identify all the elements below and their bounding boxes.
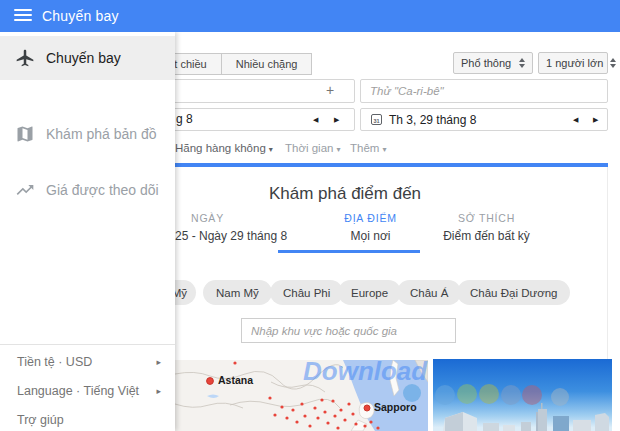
sidebar-item-help[interactable]: Trợ giúp <box>0 408 175 431</box>
chip-oceania[interactable]: Châu Đại Dương <box>457 280 570 305</box>
sidebar-item-label: Khám phá bản đồ <box>46 126 157 142</box>
sidebar-item-label: Giá được theo dõi <box>46 182 159 198</box>
google-flights-app: Một chiều Nhiều chặng Phổ thông 1 người … <box>0 0 620 431</box>
trending-icon <box>15 180 35 200</box>
tab-dates-value[interactable]: 25 - Ngày 29 tháng 8 <box>175 229 287 243</box>
passenger-value: 1 người lớn <box>546 57 603 69</box>
unfold-icon <box>519 58 525 68</box>
caret-down-icon: ▾ <box>269 145 273 154</box>
app-title: Chuyến bay <box>42 8 119 24</box>
chip-europe[interactable]: Europe <box>338 280 401 305</box>
app-header: Chuyến bay <box>0 0 620 32</box>
destination-input[interactable] <box>361 80 607 102</box>
unfold-icon <box>610 58 616 68</box>
calendar-icon: 31 <box>371 114 382 125</box>
flight-icon <box>15 48 35 68</box>
destinations-map[interactable]: Astana Sapporo Download <box>175 360 428 431</box>
map-city-label[interactable]: Astana <box>218 374 253 386</box>
cabin-class-value: Phổ thông <box>461 57 511 69</box>
nav-sidebar: Chuyến bay Khám phá bản đồ Giá được theo… <box>0 32 175 431</box>
sidebar-item-language[interactable]: Language · Tiếng Việt ▸ <box>0 379 175 403</box>
caret-down-icon: ▾ <box>336 145 340 154</box>
card-accent-line <box>120 163 608 167</box>
chip-asia[interactable]: Châu Á <box>397 280 461 305</box>
sidebar-divider <box>0 344 175 345</box>
tab-interests[interactable]: SỞ THÍCH <box>439 212 534 224</box>
sidebar-item-explore-map[interactable]: Khám phá bản đồ <box>0 112 175 156</box>
region-search-input[interactable] <box>242 319 455 342</box>
return-date-field[interactable]: 31 Th 3, 29 tháng 8 ◀ ▶ <box>360 108 608 131</box>
watermark-text: Download <box>303 360 427 387</box>
add-destination-button[interactable]: + <box>326 82 334 98</box>
depart-prev-day-arrow[interactable]: ◀ <box>313 116 318 124</box>
more-filter[interactable]: Thêm▾ <box>350 142 386 154</box>
destination-field[interactable] <box>360 79 608 103</box>
help-label: Trợ giúp <box>17 413 64 427</box>
language-label: Language · Tiếng Việt <box>17 384 139 398</box>
sidebar-item-currency[interactable]: Tiền tệ · USD ▸ <box>0 350 175 374</box>
map-icon <box>15 124 35 144</box>
caret-down-icon: ▾ <box>382 145 386 154</box>
chevron-right-icon: ▸ <box>156 357 161 367</box>
sidebar-item-tracked-prices[interactable]: Giá được theo dõi <box>0 168 175 212</box>
chip-south-america[interactable]: Nam Mỹ <box>203 280 272 305</box>
sidebar-item-flights[interactable]: Chuyến bay <box>0 36 175 80</box>
return-prev-day-arrow[interactable]: ◀ <box>573 116 578 124</box>
explore-title: Khám phá điểm đến <box>175 184 515 204</box>
trip-multicity-button[interactable]: Nhiều chặng <box>222 53 313 75</box>
chevron-right-icon: ▸ <box>156 386 161 396</box>
sidebar-item-label: Chuyến bay <box>46 50 121 66</box>
depart-date-value: g 8 <box>176 112 193 126</box>
cabin-class-dropdown[interactable]: Phổ thông <box>453 52 533 74</box>
return-next-day-arrow[interactable]: ▶ <box>593 116 598 124</box>
tab-destinations-value[interactable]: Mọi nơi <box>323 229 418 243</box>
times-filter[interactable]: Thời gian▾ <box>285 142 340 154</box>
tab-interests-value[interactable]: Điểm đến bất kỳ <box>439 229 534 243</box>
active-tab-underline <box>278 250 420 253</box>
menu-icon[interactable] <box>14 9 32 23</box>
destination-photo[interactable] <box>433 359 612 431</box>
depart-next-day-arrow[interactable]: ▶ <box>334 116 339 124</box>
chip-africa[interactable]: Châu Phi <box>270 280 343 305</box>
currency-label: Tiền tệ · USD <box>17 355 92 369</box>
airlines-filter[interactable]: Hãng hàng không▾ <box>175 142 273 154</box>
region-search-field[interactable] <box>241 318 456 343</box>
city-photo-graphic <box>433 359 612 431</box>
tab-destinations[interactable]: ĐỊA ĐIỂM <box>323 212 418 224</box>
passenger-dropdown[interactable]: 1 người lớn <box>538 52 608 74</box>
return-date-value: Th 3, 29 tháng 8 <box>389 113 476 127</box>
map-city-label[interactable]: Sapporo <box>374 401 417 413</box>
